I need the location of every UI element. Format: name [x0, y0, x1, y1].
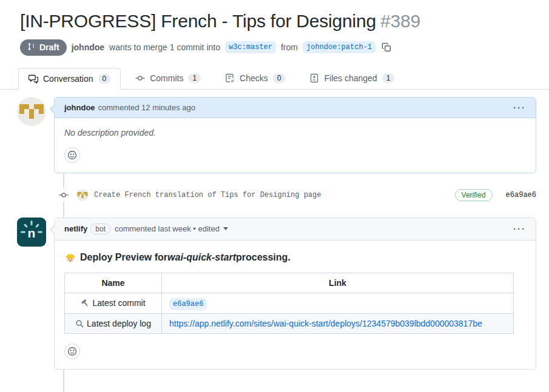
comment-box: johndoe commented 12 minutes ago No desc… [54, 97, 536, 173]
comment-header: netlify bot commented last week • edited [55, 218, 536, 241]
comment-box: netlify bot commented last week • edited [54, 218, 536, 370]
tab-files-changed[interactable]: Files changed 1 [300, 68, 404, 89]
comment-netlify: n netlify bot commented last week • edit… [54, 218, 536, 370]
column-header-name: Name [65, 273, 162, 293]
comment-text: No description provided. [64, 128, 156, 138]
site-name: wai-quick-start [167, 252, 236, 263]
comment-author[interactable]: johndoe [64, 103, 95, 112]
tab-checks-count: 0 [273, 73, 286, 83]
heading-suffix: processing. [236, 252, 291, 263]
svg-text:n: n [28, 226, 36, 240]
git-commit-icon [135, 73, 145, 83]
tab-checks-label: Checks [240, 73, 268, 83]
base-branch-label[interactable]: w3c:master [225, 41, 276, 53]
magnifier-icon [75, 319, 84, 328]
tab-commits-count: 1 [188, 73, 201, 83]
construction-worker-icon [64, 251, 76, 264]
pr-header: [IN-PROGRESS] French - Tips for Designin… [0, 0, 549, 56]
avatar[interactable] [76, 189, 89, 201]
table-row: Latest commit e6a9ae6 [65, 293, 514, 313]
commit-row: Create French translation of Tips for De… [0, 182, 536, 208]
comment-body: Deploy Preview for wai-quick-start proce… [55, 241, 536, 369]
deploy-table: Name Link [64, 273, 514, 334]
tab-conversation[interactable]: Conversation 0 [18, 68, 121, 90]
tab-files-changed-label: Files changed [324, 73, 377, 83]
merge-text: wants to merge 1 commit into [109, 42, 220, 52]
deploy-commit-sha-link[interactable]: e6a9ae6 [169, 298, 207, 310]
row-name: Latest commit [92, 298, 145, 308]
draft-badge-label: Draft [39, 42, 59, 52]
table-row: Latest deploy log https://app.netlify.co… [65, 313, 514, 333]
kebab-menu-icon[interactable] [513, 103, 526, 112]
tab-conversation-label: Conversation [43, 74, 93, 84]
pr-meta-row: Draft johndoe wants to merge 1 commit in… [20, 39, 529, 56]
page-title: [IN-PROGRESS] French - Tips for Designin… [20, 10, 529, 33]
add-reaction-button[interactable] [64, 344, 80, 359]
pull-request-page: [IN-PROGRESS] French - Tips for Designin… [0, 0, 549, 392]
comment-body: No description provided. [55, 118, 536, 173]
commit-sha-link[interactable]: e6a9ae6 [506, 191, 536, 199]
commit-message-link[interactable]: Create French translation of Tips for De… [94, 191, 321, 199]
row-name: Latest deploy log [87, 319, 151, 328]
draft-status-badge: Draft [20, 39, 67, 56]
pr-title-text: [IN-PROGRESS] French - Tips for Designin… [20, 11, 376, 31]
pr-author-link[interactable]: johndoe [72, 42, 104, 52]
edited-dropdown-icon[interactable] [223, 227, 228, 230]
comment-discussion-icon [29, 74, 38, 84]
pr-number: #389 [380, 11, 420, 31]
netlify-avatar[interactable]: n [17, 218, 46, 247]
avatar[interactable] [17, 97, 46, 126]
table-header-row: Name Link [65, 273, 514, 293]
tab-files-changed-count: 1 [382, 73, 395, 83]
pr-tabs-bar: Conversation 0 Commits 1 Checks 0 [0, 68, 549, 90]
latest-deploy-log-cell: Latest deploy log [65, 313, 162, 333]
head-branch-label[interactable]: johndoe:patch-1 [303, 41, 376, 53]
tab-checks[interactable]: Checks 0 [215, 68, 295, 89]
tab-commits-label: Commits [150, 73, 183, 83]
hammer-icon [81, 299, 90, 308]
kebab-menu-icon[interactable] [513, 224, 526, 233]
bot-badge: bot [90, 224, 110, 234]
comment-header: johndoe commented 12 minutes ago [55, 98, 536, 118]
pr-timeline: johndoe commented 12 minutes ago No desc… [0, 97, 549, 370]
comment-johndoe: johndoe commented 12 minutes ago No desc… [54, 97, 536, 173]
latest-commit-link-cell: e6a9ae6 [162, 293, 514, 313]
checklist-icon [225, 73, 235, 83]
comment-author[interactable]: netlify [64, 224, 87, 233]
copy-icon[interactable] [382, 42, 391, 52]
comment-meta: commented last week • edited [115, 224, 220, 233]
add-reaction-button[interactable] [64, 147, 80, 163]
deploy-log-link-cell: https://app.netlify.com/sites/wai-quick-… [162, 313, 514, 333]
latest-commit-cell: Latest commit [65, 293, 162, 313]
deploy-preview-heading: Deploy Preview for wai-quick-start proce… [64, 251, 526, 264]
tab-conversation-count: 0 [98, 74, 111, 84]
column-header-link: Link [162, 273, 514, 293]
git-pull-request-draft-icon [27, 42, 36, 53]
tab-commits[interactable]: Commits 1 [126, 68, 211, 89]
file-diff-icon [309, 73, 319, 83]
git-commit-icon [59, 188, 69, 202]
deploy-log-link[interactable]: https://app.netlify.com/sites/wai-quick-… [169, 319, 482, 328]
verified-badge[interactable]: Verified [455, 189, 493, 201]
from-text: from [281, 42, 298, 52]
comment-meta: commented 12 minutes ago [98, 103, 195, 112]
heading-prefix: Deploy Preview for [80, 252, 167, 263]
